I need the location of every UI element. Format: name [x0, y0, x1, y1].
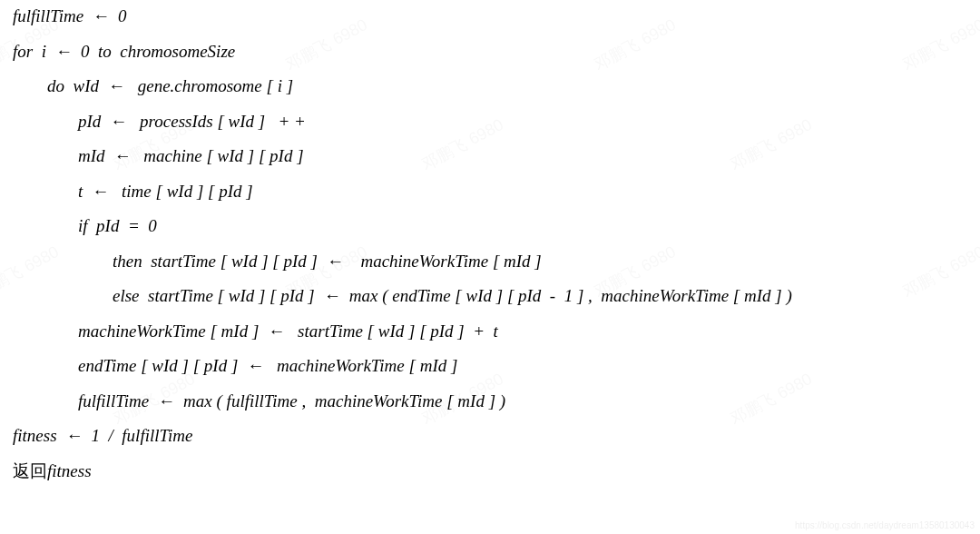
return-keyword-cn: 返回 — [13, 461, 47, 480]
code-line-2: for i ← 0 to chromosomeSize — [13, 43, 980, 60]
code-line-4: pId ← processIds [ wId ] + + — [13, 113, 980, 130]
code-line-8: then startTime [ wId ] [ pId ] ← machine… — [13, 252, 980, 270]
return-value: fitness — [47, 461, 92, 480]
code-line-7: if pId = 0 — [13, 217, 980, 234]
footer-watermark: https://blog.csdn.net/daydream1358013004… — [795, 521, 975, 530]
code-line-14: 返回fitness — [13, 462, 980, 480]
code-line-10: machineWorkTime [ mId ] ← startTime [ wI… — [13, 322, 980, 340]
code-line-13: fitness ← 1 / fulfillTime — [13, 427, 980, 444]
code-line-12: fulfillTime ← max ( fulfillTime , machin… — [13, 392, 980, 410]
code-line-5: mId ← machine [ wId ] [ pId ] — [13, 147, 980, 164]
code-line-3: do wId ← gene.chromosome [ i ] — [13, 77, 980, 94]
code-line-6: t ← time [ wId ] [ pId ] — [13, 183, 980, 200]
code-line-9: else startTime [ wId ] [ pId ] ← max ( e… — [13, 287, 980, 304]
code-line-11: endTime [ wId ] [ pId ] ← machineWorkTim… — [13, 357, 980, 374]
code-line-1: fulfillTime ← 0 — [13, 7, 980, 25]
